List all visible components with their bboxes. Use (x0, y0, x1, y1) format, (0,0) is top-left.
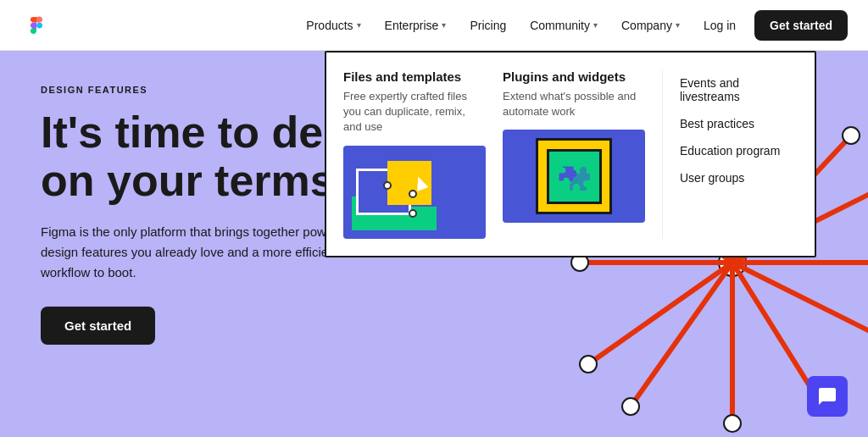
deco-outer-sq (536, 138, 612, 214)
community-chevron-icon: ▾ (593, 20, 598, 30)
nav-enterprise[interactable]: Enterprise ▾ (373, 12, 459, 39)
deco-dot3 (409, 209, 417, 218)
community-link-education[interactable]: Education program (680, 137, 798, 164)
dropdown-files-col: Files and templates Free expertly crafte… (343, 69, 486, 239)
nav-links: Products ▾ Enterprise ▾ Pricing Communit… (294, 10, 848, 41)
chat-icon (817, 386, 837, 407)
puzzle-icon (558, 160, 590, 192)
community-link-best[interactable]: Best practices (680, 110, 798, 137)
community-link-events[interactable]: Events and livestreams (680, 69, 798, 110)
dropdown-plugins-col: Plugins and widgets Extend what's possib… (503, 69, 645, 239)
enterprise-chevron-icon: ▾ (442, 20, 446, 30)
nav-company[interactable]: Company ▾ (609, 12, 692, 39)
company-chevron-icon: ▾ (676, 20, 680, 30)
plugins-widgets-title[interactable]: Plugins and widgets (503, 69, 645, 84)
products-chevron-icon: ▾ (357, 20, 361, 30)
figma-logo[interactable] (20, 9, 53, 41)
nav-login[interactable]: Log in (692, 12, 748, 39)
svg-point-17 (724, 415, 741, 432)
products-dropdown: Files and templates Free expertly crafte… (325, 51, 816, 257)
nav-products[interactable]: Products ▾ (294, 12, 372, 39)
hero-get-started-button[interactable]: Get started (41, 307, 155, 345)
deco-dot2 (409, 190, 417, 198)
files-templates-desc: Free expertly crafted files you can dupl… (343, 89, 486, 136)
files-templates-image[interactable] (343, 146, 486, 239)
nav-pricing[interactable]: Pricing (458, 12, 518, 39)
dropdown-community-col: Events and livestreams Best practices Ed… (662, 69, 798, 239)
nav-community[interactable]: Community ▾ (518, 12, 609, 39)
deco-inner-sq (547, 149, 602, 204)
community-link-groups[interactable]: User groups (680, 164, 798, 191)
deco-dot1 (383, 181, 392, 190)
files-templates-title[interactable]: Files and templates (343, 69, 486, 84)
plugins-widgets-image[interactable] (503, 130, 645, 223)
chat-widget-button[interactable] (807, 376, 848, 417)
hero-subtitle: Figma is the only platform that brings t… (41, 222, 354, 283)
plugins-widgets-desc: Extend what's possible and automate work (503, 89, 645, 119)
navbar: Products ▾ Enterprise ▾ Pricing Communit… (0, 0, 868, 51)
svg-point-18 (622, 398, 639, 415)
nav-get-started-button[interactable]: Get started (754, 10, 848, 41)
